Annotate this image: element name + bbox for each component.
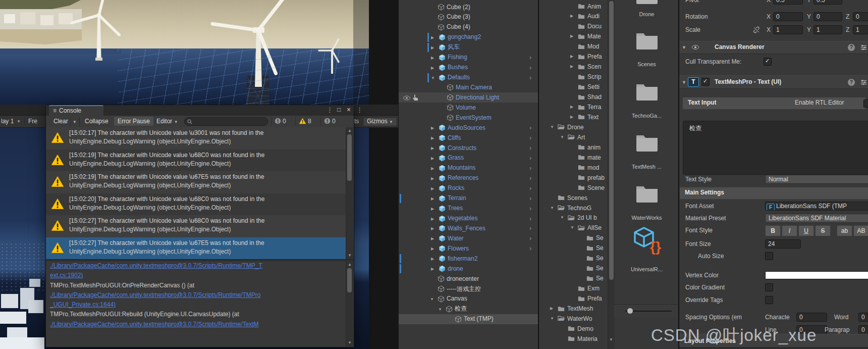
close-icon[interactable]: × xyxy=(347,106,351,114)
project-folder-se[interactable]: Se xyxy=(539,254,608,264)
info-count-badge[interactable]: 0 xyxy=(271,117,295,126)
prefab-open-chevron-icon[interactable]: › xyxy=(529,74,531,81)
display-dropdown[interactable]: lay 1 xyxy=(1,118,14,125)
project-folder-mod[interactable]: Mod xyxy=(539,42,608,52)
project-folder-demo[interactable]: Demo xyxy=(539,324,608,334)
pickability-hand-icon[interactable] xyxy=(412,94,418,103)
hierarchy-item-trees[interactable]: ▶Trees› xyxy=(399,204,538,214)
font-size-field[interactable]: 24 xyxy=(765,239,801,248)
project-folder-scenes[interactable]: Scenes xyxy=(539,193,608,203)
expand-arrow-icon[interactable]: ▼ xyxy=(431,75,435,82)
prefab-open-chevron-icon[interactable]: › xyxy=(529,235,531,242)
project-folder-materia[interactable]: Materia xyxy=(539,334,608,344)
asset-textmesh-[interactable]: TextMesh ... xyxy=(614,133,679,154)
paragraph-spacing-field[interactable]: 0 xyxy=(858,325,868,334)
font-asset-field[interactable]: FLiberationSans SDF (TMP xyxy=(765,202,868,211)
word-spacing-field[interactable]: 0 xyxy=(858,313,868,322)
hierarchy-item-flowers[interactable]: ▶Flowers› xyxy=(399,243,538,254)
hierarchy-item-text-tmp-[interactable]: Text (TMP) xyxy=(399,314,538,324)
help-icon[interactable]: ? xyxy=(848,79,855,86)
hierarchy-item-rocks[interactable]: ▶Rocks› xyxy=(399,183,538,193)
console-detail-scrollbar[interactable]: ▲ ▼ xyxy=(346,261,353,346)
asset-scenes[interactable]: Scenes xyxy=(614,31,679,52)
prefab-open-chevron-icon[interactable]: › xyxy=(529,205,531,212)
prefab-open-chevron-icon[interactable]: › xyxy=(529,175,531,182)
expand-arrow-icon[interactable]: ▶ xyxy=(570,115,573,119)
expand-arrow-icon[interactable]: ▶ xyxy=(550,306,553,311)
cull-checkbox[interactable] xyxy=(764,58,772,66)
hierarchy-item-constructs[interactable]: ▶Constructs› xyxy=(399,143,538,153)
project-folder-allse[interactable]: ▼AllSe xyxy=(539,223,608,233)
hierarchy-item-vegetables[interactable]: ▶Vegetables› xyxy=(399,214,538,224)
prefab-open-chevron-icon[interactable]: › xyxy=(529,245,531,252)
scroll-down-icon[interactable]: ▼ xyxy=(348,340,352,345)
prefab-open-chevron-icon[interactable]: › xyxy=(529,185,531,192)
expand-arrow-icon[interactable]: ▶ xyxy=(431,34,434,41)
tmp-text-field[interactable]: 检查 xyxy=(683,121,868,175)
scrollbar-thumb[interactable] xyxy=(347,268,352,292)
project-folder-scene[interactable]: Scene xyxy=(539,183,608,193)
project-folder-setti[interactable]: Setti xyxy=(539,82,608,92)
scrollbar-thumb[interactable] xyxy=(347,134,352,181)
hierarchy-item------游戏主控[interactable]: -----游戏主控 xyxy=(399,284,538,294)
maximize-icon[interactable]: □ xyxy=(337,106,341,113)
scroll-down-icon[interactable]: ▼ xyxy=(609,337,613,342)
expand-arrow-icon[interactable]: ▶ xyxy=(431,65,434,72)
prefab-open-chevron-icon[interactable]: › xyxy=(529,215,531,222)
console-log-entry[interactable]: [15:02:27] The character with Unicode va… xyxy=(46,215,346,237)
expand-arrow-icon[interactable]: ▶ xyxy=(431,165,434,172)
expand-arrow-icon[interactable]: ▶ xyxy=(431,225,434,232)
hierarchy-item-mountains[interactable]: ▶Mountains› xyxy=(399,163,538,173)
project-folder-prefab[interactable]: prefab xyxy=(539,173,608,183)
prefab-open-chevron-icon[interactable]: › xyxy=(529,144,531,152)
expand-arrow-icon[interactable]: ▼ xyxy=(560,135,564,139)
expand-arrow-icon[interactable]: ▶ xyxy=(431,185,434,192)
console-log-entry[interactable]: [15:02:19] The character with Unicode va… xyxy=(46,171,346,193)
font-style-button-s[interactable]: S xyxy=(815,225,831,236)
expand-arrow-icon[interactable]: ▶ xyxy=(431,175,434,182)
font-style-button-i[interactable]: I xyxy=(782,225,797,236)
preset-icon[interactable] xyxy=(860,44,867,52)
window-menu-icon[interactable]: ⋮ xyxy=(327,106,333,114)
color-gradient-checkbox[interactable] xyxy=(765,283,773,291)
text-input-bar[interactable]: Text Input Enable RTL Editor xyxy=(682,97,866,110)
expand-arrow-icon[interactable]: ▼ xyxy=(550,125,554,129)
expand-arrow-icon[interactable]: ▶ xyxy=(570,54,573,59)
project-folder-prefa[interactable]: Prefa xyxy=(539,294,608,304)
preset-icon[interactable] xyxy=(860,79,867,87)
expand-arrow-icon[interactable]: ▼ xyxy=(550,316,554,321)
stats-button[interactable]: ts xyxy=(354,118,359,125)
prefab-open-chevron-icon[interactable]: › xyxy=(529,225,531,232)
hierarchy-item-风车[interactable]: ▶风车 xyxy=(399,42,538,53)
project-folder-text[interactable]: ▶Text xyxy=(539,112,608,122)
clear-dropdown-icon[interactable]: ▼ xyxy=(73,120,77,124)
project-folder-mate[interactable]: ▶Mate xyxy=(539,32,608,42)
project-folder-mod[interactable]: mod xyxy=(539,163,608,173)
project-folder-docu[interactable]: Docu xyxy=(539,22,608,32)
hierarchy-item-references[interactable]: ▶References› xyxy=(399,173,538,183)
expand-arrow-icon[interactable]: ▶ xyxy=(431,135,434,142)
prefab-open-chevron-icon[interactable]: › xyxy=(529,155,531,162)
project-folder-scen[interactable]: ▶Scen xyxy=(539,62,608,72)
hierarchy-item-grass[interactable]: ▶Grass› xyxy=(399,153,538,163)
scroll-up-icon[interactable]: ▲ xyxy=(348,128,352,133)
hierarchy-item-fisherman2[interactable]: ▶fisherman2 xyxy=(399,254,538,264)
hierarchy-item-检查[interactable]: ▼检查 xyxy=(399,304,538,314)
stacktrace-file-link[interactable]: _UGUI_Private.cs:1644) xyxy=(46,300,346,310)
material-preset-dropdown[interactable]: LiberationSans SDF Material xyxy=(765,214,868,223)
scale-y-field[interactable]: 1 xyxy=(813,25,842,34)
rtl-checkbox[interactable] xyxy=(863,99,868,108)
error-count-badge[interactable]: 0 xyxy=(320,117,344,126)
pivot-y-field[interactable]: 0.5 xyxy=(813,0,842,5)
expand-arrow-icon[interactable]: ▶ xyxy=(570,64,573,69)
project-folder-waterwo[interactable]: ▼WaterWo xyxy=(539,314,608,324)
search-input[interactable] xyxy=(194,118,265,125)
stacktrace-file-link[interactable]: ./Library/PackageCache/com.unity.textmes… xyxy=(46,290,346,300)
hierarchy-item-cube-3-[interactable]: Cube (3) xyxy=(399,12,538,22)
asset-technoga-[interactable]: TechnoGa... xyxy=(614,82,679,103)
expand-arrow-icon[interactable]: ▶ xyxy=(431,206,434,213)
hierarchy-item-eventsystem[interactable]: EventSystem xyxy=(399,113,538,123)
project-folder-shad[interactable]: Shad xyxy=(539,92,608,103)
font-style-button-ab[interactable]: AB xyxy=(853,225,868,236)
expand-arrow-icon[interactable]: ▶ xyxy=(431,266,434,273)
